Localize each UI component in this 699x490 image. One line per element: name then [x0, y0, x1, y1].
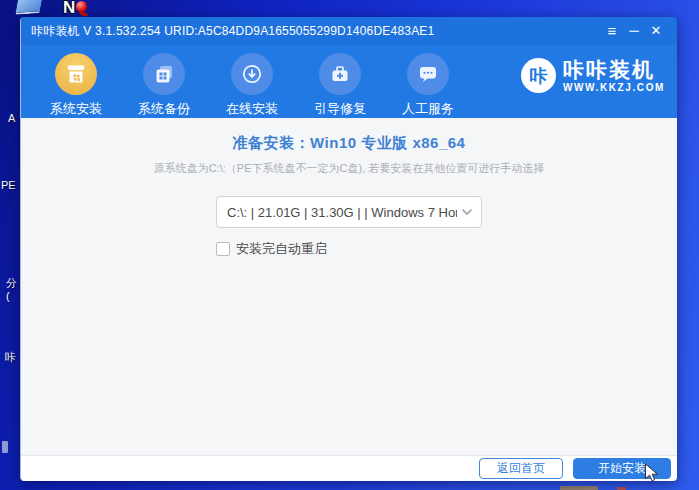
install-subtext: 原系统盘为C:\:（PE下系统盘不一定为C盘), 若要安装在其他位置可进行手动选… — [21, 161, 677, 176]
footer-bar: 返回首页 开始安装 — [21, 455, 677, 481]
desktop-icon-partial — [560, 486, 598, 490]
minimize-icon[interactable]: ─ — [623, 17, 645, 45]
auto-restart-label: 安装完自动重启 — [236, 240, 327, 258]
download-circle-icon — [231, 53, 273, 95]
chevron-down-icon — [461, 208, 473, 216]
n-letter: N — [63, 0, 75, 17]
target-drive-select[interactable]: C:\: | 21.01G | 31.30G | | Windows 7 Hom — [216, 196, 482, 228]
auto-restart-option[interactable]: 安装完自动重启 — [216, 240, 482, 258]
nav-item-boot-repair[interactable]: 引导修复 — [299, 53, 381, 118]
kaka-installer-window: 咔咔装机 V 3.1.532.254 URID:A5C84DD9A1655055… — [20, 17, 677, 481]
desktop-icon-label[interactable]: 咔 — [5, 351, 16, 364]
nav-label: 人工服务 — [402, 100, 454, 118]
nav-item-online-install[interactable]: 在线安装 — [211, 53, 293, 118]
backup-copy-icon — [143, 53, 185, 95]
kaka-logo-text: 咔咔装机 WWW.KKZJ.COM — [563, 59, 665, 93]
window-titlebar[interactable]: 咔咔装机 V 3.1.532.254 URID:A5C84DD9A1655055… — [21, 17, 677, 45]
nav-item-system-backup[interactable]: 系统备份 — [123, 53, 205, 118]
nav-item-human-service[interactable]: 人工服务 — [387, 53, 469, 118]
chat-bubble-icon — [407, 53, 449, 95]
desktop-n-app-icon[interactable]: N — [63, 0, 93, 18]
main-content: 准备安装：Win10 专业版 x86_64 原系统盘为C:\:（PE下系统盘不一… — [21, 118, 677, 455]
start-install-button[interactable]: 开始安装 — [573, 458, 671, 479]
back-home-button[interactable]: 返回首页 — [479, 458, 563, 479]
main-nav: 系统安装 系统备份 — [21, 45, 677, 118]
toolbox-plus-icon — [319, 53, 361, 95]
kaka-logo-monogram: 咔 — [521, 58, 556, 93]
desktop-icon-label[interactable]: A — [8, 112, 15, 125]
auto-restart-checkbox[interactable] — [216, 242, 230, 256]
kaka-logo: 咔 咔咔装机 WWW.KKZJ.COM — [521, 58, 665, 93]
desktop-background: N A PE 分 ( 咔 咔咔装机 V 3.1.532.254 URID:A5C… — [0, 0, 699, 490]
close-icon[interactable]: ✕ — [645, 17, 667, 45]
nav-label: 系统安装 — [50, 100, 102, 118]
nav-item-system-install[interactable]: 系统安装 — [35, 53, 117, 118]
red-ball-icon — [76, 1, 87, 12]
drive-select-value: C:\: | 21.01G | 31.30G | | Windows 7 Hom — [227, 205, 457, 220]
nav-label: 系统备份 — [138, 100, 190, 118]
install-box-icon — [55, 53, 97, 95]
kaka-logo-url: WWW.KKZJ.COM — [563, 82, 665, 93]
install-heading: 准备安装：Win10 专业版 x86_64 — [21, 134, 677, 153]
desktop-monitor-icon[interactable] — [15, 0, 43, 15]
desktop-icon-label[interactable]: PE — [1, 179, 16, 192]
kaka-logo-name: 咔咔装机 — [563, 59, 665, 81]
nav-label: 引导修复 — [314, 100, 366, 118]
desktop-icon-label[interactable]: 分 ( — [6, 277, 17, 303]
menu-icon[interactable]: ≡ — [601, 17, 623, 45]
desktop-icon-label-partial — [2, 441, 8, 453]
nav-label: 在线安装 — [226, 100, 278, 118]
window-title: 咔咔装机 V 3.1.532.254 URID:A5C84DD9A1655055… — [31, 23, 434, 40]
